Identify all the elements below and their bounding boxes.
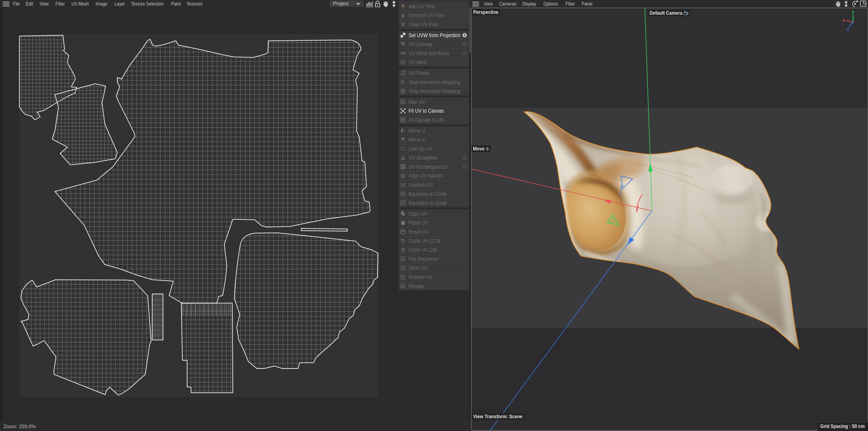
svg-text:X: X <box>842 18 845 23</box>
svg-text:Z: Z <box>847 27 849 31</box>
svg-text:Y: Y <box>851 10 855 15</box>
